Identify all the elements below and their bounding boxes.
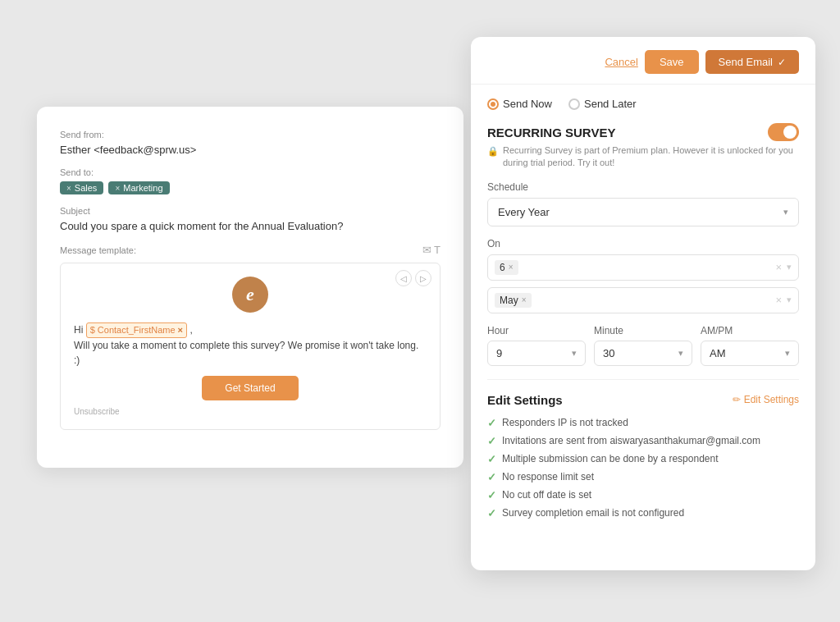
list-item: ✓ Survey completion email is not configu… (487, 507, 799, 519)
send-from-value: Esther <feedback@sprw.us> (60, 144, 441, 156)
recurring-survey-toggle[interactable] (768, 123, 799, 141)
tag-marketing[interactable]: × Marketing (108, 181, 169, 194)
tag-sales-remove[interactable]: × (66, 184, 71, 193)
check-icon: ✓ (487, 489, 496, 501)
send-later-option[interactable]: Send Later (568, 98, 637, 110)
day-chevron-icon[interactable]: ▾ (787, 262, 792, 272)
list-item: ✓ No response limit set (487, 471, 799, 483)
msg-ctrl-prev[interactable]: ◁ (395, 270, 412, 286)
premium-note: 🔒 Recurring Survey is part of Premium pl… (487, 144, 799, 170)
send-to-tags: × Sales × Marketing (60, 181, 441, 194)
hi-text: Hi (74, 324, 86, 336)
email-preview: ◁ ▷ e Hi $ Contact_FirstName × , Will yo… (60, 263, 441, 430)
panel-header: Cancel Save Send Email ✓ (471, 37, 815, 85)
email-line2: Will you take a moment to complete this … (74, 340, 418, 366)
check-icon: ✓ (487, 417, 496, 429)
save-button[interactable]: Save (645, 50, 699, 74)
time-fields: Hour 9 ▾ Minute 30 ▾ AM/PM AM ▾ (487, 325, 799, 366)
ampm-select[interactable]: AM ▾ (701, 341, 799, 366)
month-chevron-icon[interactable]: ▾ (787, 295, 792, 305)
contact-tag-remove[interactable]: × (178, 323, 183, 337)
tag-sales[interactable]: × Sales (60, 181, 103, 194)
edit-settings-header: Edit Settings ✏ Edit Settings (487, 393, 799, 407)
recurring-survey-section: RECURRING SURVEY (487, 123, 799, 141)
send-to-label: Send to: (60, 167, 441, 177)
on-label: On (487, 238, 799, 249)
comma-text: , (189, 324, 192, 336)
lock-icon: 🔒 (487, 145, 499, 158)
hour-select[interactable]: 9 ▾ (487, 341, 586, 366)
check-icon: ✓ (487, 471, 496, 483)
day-clear-icon[interactable]: × (775, 261, 782, 273)
send-later-radio[interactable] (568, 98, 580, 110)
settings-list: ✓ Responders IP is not tracked ✓ Invitat… (487, 417, 799, 519)
minute-chevron-icon: ▾ (678, 348, 683, 359)
list-item: ✓ Invitations are sent from aiswaryasant… (487, 435, 799, 447)
msg-controls: ◁ ▷ (395, 270, 431, 286)
send-from-label: Send from: (60, 130, 441, 139)
on-month-input[interactable]: May × × ▾ (487, 287, 799, 313)
day-tag[interactable]: 6 × (495, 260, 518, 275)
send-now-option[interactable]: Send Now (487, 98, 552, 110)
check-icon: ✓ (487, 435, 496, 447)
template-icon: ✉ T (422, 244, 441, 256)
check-icon: ✓ (487, 507, 496, 519)
day-tag-remove[interactable]: × (509, 263, 514, 272)
brand-logo: e (232, 277, 268, 313)
on-field: On 6 × × ▾ (487, 238, 799, 313)
divider (487, 379, 799, 380)
panel-body: Send Now Send Later RECURRING SURVEY 🔒 R… (471, 85, 815, 536)
edit-settings-title: Edit Settings (487, 393, 563, 407)
contact-firstname-tag[interactable]: $ Contact_FirstName × (86, 322, 187, 338)
hour-label: Hour (487, 325, 586, 336)
on-inputs: 6 × × ▾ May × (487, 254, 799, 313)
ampm-label: AM/PM (701, 325, 799, 336)
send-timing-options: Send Now Send Later (487, 98, 799, 110)
list-item: ✓ No cut off date is set (487, 489, 799, 501)
schedule-label: Schedule (487, 181, 799, 193)
ampm-chevron-icon: ▾ (785, 348, 790, 359)
cancel-button[interactable]: Cancel (605, 56, 637, 68)
subject-label: Subject (60, 206, 441, 216)
message-template-label: Message template: ✉ T (60, 244, 441, 256)
tag-marketing-remove[interactable]: × (115, 184, 120, 193)
minute-label: Minute (594, 325, 692, 336)
list-item: ✓ Multiple submission can be done by a r… (487, 453, 799, 465)
minute-select[interactable]: 30 ▾ (594, 341, 692, 366)
edit-settings-link[interactable]: ✏ Edit Settings (733, 394, 799, 405)
on-day-input[interactable]: 6 × × ▾ (487, 254, 799, 281)
minute-col: Minute 30 ▾ (594, 325, 692, 366)
email-body: Hi $ Contact_FirstName × , Will you take… (74, 322, 427, 368)
edit-icon: ✏ (733, 394, 741, 405)
check-icon: ✓ (487, 453, 496, 465)
send-now-radio[interactable] (487, 98, 499, 110)
check-icon: ✓ (778, 57, 786, 68)
ampm-col: AM/PM AM ▾ (701, 325, 799, 366)
hour-col: Hour 9 ▾ (487, 325, 586, 366)
schedule-field: Schedule Every Year ▾ (487, 181, 799, 226)
email-logo: e (74, 277, 427, 313)
schedule-select[interactable]: Every Year ▾ (487, 198, 799, 226)
month-tag-remove[interactable]: × (522, 295, 527, 304)
send-email-button[interactable]: Send Email ✓ (705, 50, 799, 74)
month-tag[interactable]: May × (495, 293, 532, 308)
msg-ctrl-next[interactable]: ▷ (415, 270, 431, 286)
email-compose-panel: Send from: Esther <feedback@sprw.us> Sen… (37, 107, 463, 468)
get-started-button[interactable]: Get Started (202, 376, 298, 400)
unsubscribe-link[interactable]: Unsubscribe (74, 407, 427, 416)
hour-chevron-icon: ▾ (572, 348, 577, 359)
subject-value: Could you spare a quick moment for the A… (60, 220, 441, 232)
send-settings-panel: Cancel Save Send Email ✓ Send Now Send L… (471, 37, 815, 570)
list-item: ✓ Responders IP is not tracked (487, 417, 799, 429)
month-clear-icon[interactable]: × (775, 294, 782, 306)
chevron-down-icon: ▾ (783, 207, 788, 217)
